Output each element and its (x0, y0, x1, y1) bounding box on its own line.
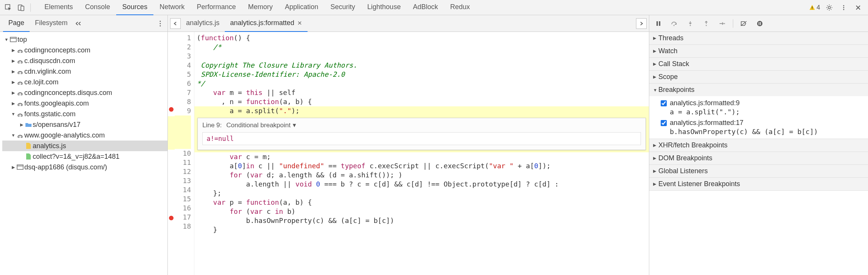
settings-icon[interactable] (824, 2, 835, 13)
tab-application[interactable]: Application (279, 0, 324, 15)
code-line[interactable]: }; (194, 189, 649, 198)
deactivate-breakpoints-icon[interactable] (739, 18, 749, 29)
code-line[interactable]: */ (194, 79, 649, 88)
tree-item[interactable]: ▼fonts.gstatic.com (2, 109, 167, 119)
tree-item[interactable]: ▶cdn.viglink.com (2, 66, 167, 77)
line-number[interactable]: 8 (175, 97, 191, 106)
line-number[interactable]: 1 (175, 33, 191, 43)
navigator-more-icon[interactable] (75, 21, 82, 26)
section-header[interactable]: ▶Event Listener Breakpoints (649, 178, 868, 190)
tab-memory[interactable]: Memory (242, 0, 279, 15)
step-out-icon[interactable] (701, 18, 712, 29)
section-header[interactable]: ▼Breakpoints (649, 84, 868, 96)
section-header[interactable]: ▶Global Listeners (649, 165, 868, 177)
line-number[interactable]: 14 (175, 185, 191, 194)
tab-elements[interactable]: Elements (38, 0, 79, 15)
tree-item[interactable]: collect?v=1&_v=j82&a=1481 (2, 151, 167, 162)
tab-adblock[interactable]: AdBlock (407, 0, 444, 15)
section-header[interactable]: ▶Threads (649, 32, 868, 44)
line-number[interactable]: 2 (175, 43, 191, 52)
breakpoint-checkbox[interactable] (661, 120, 667, 126)
tab-performance[interactable]: Performance (191, 0, 242, 15)
tab-network[interactable]: Network (153, 0, 191, 15)
line-number[interactable]: 15 (175, 194, 191, 204)
code-line[interactable]: for (var c in b) (194, 207, 649, 216)
file-tab[interactable]: analytics.js (181, 15, 225, 32)
line-number[interactable]: 6 (175, 79, 191, 88)
line-number[interactable]: 12 (175, 167, 191, 176)
section-header[interactable]: ▶DOM Breakpoints (649, 152, 868, 164)
tree-item[interactable]: analytics.js (2, 141, 167, 151)
navigator-tab-page[interactable]: Page (3, 15, 30, 32)
inspect-element-icon[interactable] (3, 2, 14, 13)
section-header[interactable]: ▶Scope (649, 71, 868, 83)
line-number[interactable]: 17 (175, 213, 191, 222)
code-line[interactable]: a[0]in c || "undefined" == typeof c.exec… (194, 161, 649, 171)
line-number[interactable]: 11 (175, 158, 191, 167)
code-line[interactable]: var m = this || self (194, 88, 649, 97)
tree-item[interactable]: ▶ce.lojit.com (2, 77, 167, 87)
close-devtools-icon[interactable] (853, 2, 863, 13)
kebab-menu-icon[interactable] (838, 2, 849, 13)
tree-item[interactable]: ▶s/opensans/v17 (2, 119, 167, 130)
breakpoint-checkbox[interactable] (661, 100, 667, 106)
pause-icon[interactable] (653, 18, 664, 29)
tree-item[interactable]: ▶c.disquscdn.com (2, 55, 167, 66)
tab-console[interactable]: Console (79, 0, 116, 15)
tree-item[interactable]: ▼www.google-analytics.com (2, 130, 167, 141)
line-number[interactable]: 10 (175, 149, 191, 158)
code-line[interactable]: a.length || void 0 === b ? c = c[d] && c… (194, 180, 649, 189)
tree-item[interactable]: ▶codingnconcepts.com (2, 45, 167, 55)
close-icon[interactable]: ✕ (297, 20, 302, 27)
line-number[interactable]: 4 (175, 61, 191, 70)
line-number[interactable]: 13 (175, 176, 191, 185)
tree-item[interactable]: ▶codingnconcepts.disqus.com (2, 87, 167, 98)
tab-sources[interactable]: Sources (116, 0, 153, 15)
line-number[interactable]: 5 (175, 70, 191, 79)
line-number[interactable]: 3 (175, 52, 191, 61)
condition-input[interactable] (202, 132, 641, 145)
tree-item[interactable]: ▶fonts.googleapis.com (2, 98, 167, 109)
tab-lighthouse[interactable]: Lighthouse (361, 0, 407, 15)
nav-forward-icon[interactable] (636, 18, 647, 29)
code-line[interactable]: /* (194, 43, 649, 52)
tab-redux[interactable]: Redux (444, 0, 476, 15)
code-line[interactable]: } (194, 225, 649, 234)
section-header[interactable]: ▶XHR/fetch Breakpoints (649, 139, 868, 152)
navigator-kebab-icon[interactable] (158, 20, 163, 27)
code-line[interactable]: (function() { (194, 33, 649, 43)
breakpoint-item[interactable]: analytics.js:formatted:9a = a.split(".")… (649, 98, 868, 117)
breakpoint-item[interactable]: analytics.js:formatted:17b.hasOwnPropert… (649, 117, 868, 137)
step-over-icon[interactable] (669, 18, 680, 29)
file-tab[interactable]: analytics.js:formatted✕ (225, 15, 308, 32)
code-line[interactable]: for (var d; a.length && (d = a.shift());… (194, 171, 649, 180)
code-line[interactable]: b.hasOwnProperty(c) && (a[c] = b[c]) (194, 216, 649, 225)
code-line[interactable]: var p = function(a, b) { (194, 198, 649, 207)
breakpoint-marker[interactable] (169, 216, 174, 220)
section-header[interactable]: ▶Call Stack (649, 58, 868, 70)
nav-back-icon[interactable] (170, 18, 181, 29)
line-number[interactable]: 7 (175, 88, 191, 97)
code-line[interactable]: SPDX-License-Identifier: Apache-2.0 (194, 70, 649, 79)
file-tree[interactable]: ▼top▶codingnconcepts.com▶c.disquscdn.com… (0, 32, 167, 275)
navigator-tab-filesystem[interactable]: Filesystem (30, 15, 73, 32)
code-editor[interactable]: 123456789101112131415161718 (function() … (168, 32, 649, 275)
breakpoint-marker[interactable] (169, 107, 174, 112)
section-header[interactable]: ▶Watch (649, 45, 868, 57)
tree-item[interactable]: ▶dsq-app1686 (disqus.com/) (2, 162, 167, 172)
code-line[interactable]: a = a.split("."); (194, 106, 649, 115)
code-line[interactable] (194, 52, 649, 61)
line-number[interactable]: 16 (175, 204, 191, 213)
code-line[interactable]: var c = m; (194, 152, 649, 161)
step-icon[interactable] (717, 18, 728, 29)
pause-on-exceptions-icon[interactable] (754, 18, 765, 29)
tab-security[interactable]: Security (324, 0, 361, 15)
step-into-icon[interactable] (685, 18, 696, 29)
code-line[interactable]: , n = function(a, b) { (194, 97, 649, 106)
code-line[interactable]: Copyright The Closure Library Authors. (194, 61, 649, 70)
breakpoint-type-dropdown[interactable]: Conditional breakpoint▾ (226, 121, 296, 129)
line-number[interactable]: 9 (175, 106, 191, 115)
warnings-badge[interactable]: 4 (809, 4, 820, 11)
line-number[interactable]: 18 (175, 222, 191, 231)
tree-item[interactable]: ▼top (2, 34, 167, 45)
